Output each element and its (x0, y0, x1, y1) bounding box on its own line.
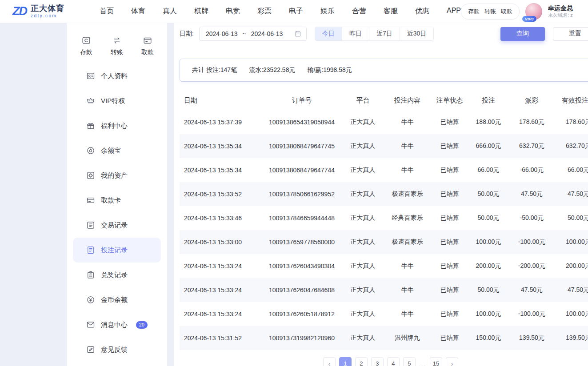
column-header: 投注内容 (384, 91, 431, 110)
clipboard-icon (86, 271, 95, 279)
withdraw-icon (143, 36, 152, 45)
nav-item[interactable]: APP (447, 7, 461, 16)
sidebar-item-label: 消息中心 (101, 321, 130, 329)
sidebar-item[interactable]: 福利中心 (73, 113, 161, 138)
page-button[interactable]: 15 (430, 357, 442, 366)
cell-bet-amount: 100.00元 (468, 230, 508, 254)
sidebar-item[interactable]: 我的资产 (73, 163, 161, 188)
sidebar-item[interactable]: 兑奖记录 (73, 263, 161, 287)
nav-item[interactable]: 电竞 (226, 7, 240, 16)
quick-action-label: 存款 (80, 48, 92, 56)
header-quick-link[interactable]: 存款 (468, 8, 480, 16)
cell-date: 2024-06-13 15:37:39 (180, 110, 262, 134)
cell-payout: 47.50元 (508, 278, 555, 302)
cell-payout: -200.00元 (508, 254, 555, 278)
query-button[interactable]: 查询 (500, 27, 545, 41)
avatar[interactable]: VIP3 (525, 3, 542, 20)
table-row: 2024-06-13 15:31:521009137319982120960正大… (180, 326, 588, 350)
nav-item[interactable]: 优惠 (415, 7, 429, 16)
nav-item[interactable]: 棋牌 (194, 7, 208, 16)
cell-order-no: 1009137846659944448 (262, 206, 342, 230)
nav-item[interactable]: 真人 (163, 7, 177, 16)
header-quick-link[interactable]: 转账 (484, 8, 496, 16)
nav-item[interactable]: 娱乐 (320, 7, 335, 16)
quick-action-label: 转账 (111, 48, 123, 56)
page-button[interactable]: 5 (403, 357, 416, 366)
table-body: 2024-06-13 15:37:391009138654319058944正大… (180, 110, 588, 350)
sidebar-item-label: 兑奖记录 (101, 271, 148, 279)
sidebar-item[interactable]: 投注记录 (73, 238, 161, 263)
feedback-icon (86, 345, 95, 354)
cell-bet-amount: 150.00元 (468, 326, 508, 350)
cell-order-no: 1009138068479647744 (262, 158, 342, 182)
water-drop-icon (86, 146, 95, 155)
cell-order-no: 1009137319982120960 (262, 326, 342, 350)
page-button[interactable]: 2 (355, 357, 368, 366)
cell-bet-content: 牛牛 (384, 254, 431, 278)
cell-date: 2024-06-13 15:31:52 (180, 326, 262, 350)
cell-payout: 632.70元 (508, 134, 555, 158)
reset-button[interactable]: 重置 (553, 27, 588, 41)
page-button[interactable]: 4 (387, 357, 400, 366)
cell-valid-bet: 200.00元 (555, 254, 588, 278)
nav-item[interactable]: 首页 (100, 7, 114, 16)
summary-stat: 流水:23522.58元 (249, 66, 295, 74)
document-icon (86, 246, 95, 255)
page-button[interactable]: 1 (339, 357, 352, 366)
cell-status: 已结算 (431, 158, 468, 182)
nav-item[interactable]: 客服 (384, 7, 398, 16)
cell-order-no: 1009137626047684608 (262, 278, 342, 302)
cell-platform: 正大真人 (342, 134, 384, 158)
sidebar-item[interactable]: 意见反馈 (73, 337, 161, 362)
header-quick-links: 存款转账取款 (461, 4, 520, 20)
cell-status: 已结算 (431, 110, 468, 134)
coin-icon (86, 295, 95, 304)
cell-status: 已结算 (431, 230, 468, 254)
date-separator: ~ (243, 30, 246, 37)
sidebar-item[interactable]: 消息中心20 (73, 312, 161, 337)
nav-item[interactable]: 体育 (131, 7, 145, 16)
page-ellipsis: ... (419, 362, 426, 366)
sidebar-quick-action[interactable]: 取款 (141, 36, 154, 56)
cell-platform: 正大真人 (342, 230, 384, 254)
header-quick-link[interactable]: 取款 (501, 8, 512, 16)
page-button[interactable]: 3 (371, 357, 384, 366)
cell-valid-bet: 50.00元 (555, 206, 588, 230)
sidebar-item[interactable]: 个人资料 (73, 64, 161, 88)
cell-bet-content: 牛牛 (384, 278, 431, 302)
user-meta: 幸运金总 永久域名: z (548, 4, 581, 18)
range-button[interactable]: 近7日 (369, 27, 400, 40)
sidebar-item[interactable]: 交易记录 (73, 213, 161, 238)
column-header: 派彩 (508, 91, 555, 110)
nav-item[interactable]: 电子 (289, 7, 303, 16)
date-range-input[interactable]: 2024-06-13 ~ 2024-06-13 (199, 27, 307, 41)
filter-bar: 日期: 2024-06-13 ~ 2024-06-13 今日昨日近7日近30日 … (180, 27, 588, 41)
cell-valid-bet: 66.00元 (555, 158, 588, 182)
range-button[interactable]: 今日 (315, 27, 342, 40)
brand-domain: zdty.com (31, 13, 64, 19)
sidebar-item[interactable]: 余额宝 (73, 138, 161, 163)
range-button[interactable]: 近30日 (400, 27, 434, 40)
date-from-value: 2024-06-13 (206, 30, 238, 37)
cell-platform: 正大真人 (342, 278, 384, 302)
sidebar-item[interactable]: VIP特权 (73, 88, 161, 113)
brand-logo[interactable]: ZD 正大体育 zdty.com (12, 4, 80, 18)
range-button[interactable]: 昨日 (342, 27, 369, 40)
nav-item[interactable]: 彩票 (257, 7, 272, 16)
sidebar-item[interactable]: 取款卡 (73, 188, 161, 213)
crown-icon (86, 96, 95, 105)
cell-platform: 正大真人 (342, 158, 384, 182)
cell-order-no: 1009137659778560000 (262, 230, 342, 254)
prev-page-button[interactable]: ‹ (323, 357, 336, 366)
vault-icon (86, 171, 95, 180)
sidebar-quick-action[interactable]: 转账 (111, 36, 123, 56)
pagination: ‹12345...15› (180, 357, 588, 366)
sidebar-item[interactable]: 金币余额 (73, 287, 161, 312)
sidebar-item-label: 交易记录 (101, 221, 148, 230)
cell-valid-bet: 47.50元 (555, 278, 588, 302)
sidebar-quick-action[interactable]: 存款 (80, 36, 92, 56)
column-header: 注单状态 (431, 91, 468, 110)
next-page-button[interactable]: › (446, 357, 458, 366)
nav-item[interactable]: 合营 (352, 7, 366, 16)
id-card-icon (86, 72, 95, 80)
